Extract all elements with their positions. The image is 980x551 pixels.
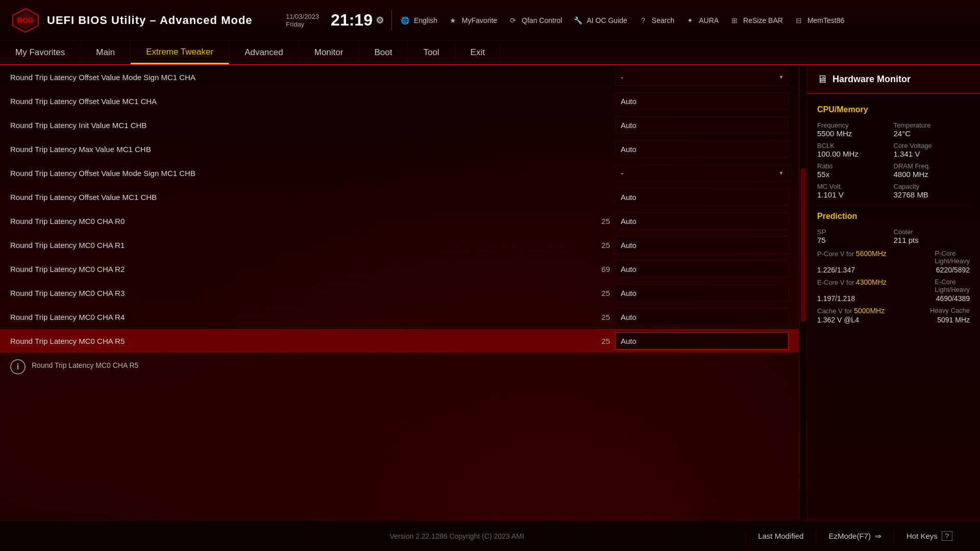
memtest-label: MemTest86: [807, 16, 844, 24]
table-row[interactable]: Round Trip Latency Offset Value MC1 CHA …: [0, 89, 799, 113]
row-value-auto[interactable]: Auto: [615, 92, 789, 110]
toolbar-search[interactable]: ? Search: [638, 15, 674, 26]
table-row[interactable]: Round Trip Latency MC0 CHA R0 25 Auto: [0, 209, 799, 233]
fan-icon: ⟳: [507, 15, 519, 26]
hw-item-mc-volt: MC Volt. 1.101 V: [817, 183, 894, 199]
nav-main[interactable]: Main: [81, 41, 131, 64]
row-value-active[interactable]: Auto: [615, 332, 789, 349]
row-value-auto[interactable]: Auto: [615, 188, 789, 206]
header: ROG UEFI BIOS Utility – Advanced Mode 11…: [0, 0, 980, 41]
row-value-auto[interactable]: Auto: [615, 116, 789, 134]
scrollbar-thumb[interactable]: [801, 168, 806, 321]
hw-monitor-header: 🖥 Hardware Monitor: [807, 65, 980, 93]
hw-item-capacity: Capacity 32768 MB: [894, 183, 970, 199]
info-icon: i: [10, 359, 26, 374]
svg-text:ROG: ROG: [17, 16, 34, 24]
table-row[interactable]: Round Trip Latency Offset Value Mode Sig…: [0, 65, 799, 89]
ezmode-button[interactable]: EzMode(F7) ⇒: [816, 528, 894, 545]
pcore-freq-link[interactable]: 5600MHz: [856, 249, 887, 258]
row-value-auto[interactable]: Auto: [615, 284, 789, 302]
nav-advanced[interactable]: Advanced: [229, 41, 299, 64]
toolbar-qfan[interactable]: ⟳ Qfan Control: [507, 15, 562, 26]
cache-label: Cache V for 5000MHz: [817, 307, 885, 315]
ecore-freq-link[interactable]: 4300MHz: [856, 278, 887, 286]
row-value-auto[interactable]: Auto: [615, 236, 789, 254]
star-icon: ★: [448, 15, 459, 26]
day-text: Friday: [286, 20, 319, 28]
cache-freq-link[interactable]: 5000MHz: [854, 307, 885, 315]
last-modified-button[interactable]: Last Modified: [745, 528, 816, 544]
table-row[interactable]: Round Trip Latency Max Value MC1 CHB Aut…: [0, 137, 799, 161]
toolbar-english[interactable]: 🌐 English: [400, 15, 437, 26]
row-value-auto[interactable]: Auto: [615, 308, 789, 325]
cache-voltage: 1.362 V @L4: [817, 316, 859, 324]
cache-speed: 5091 MHz: [937, 316, 970, 324]
table-row[interactable]: Round Trip Latency MC0 CHA R1 25 Auto: [0, 233, 799, 257]
info-row: i Round Trip Latency MC0 CHA R5: [0, 353, 799, 389]
row-value-auto[interactable]: Auto: [615, 212, 789, 230]
settings-icon[interactable]: ⚙: [376, 15, 384, 26]
hw-monitor-title: Hardware Monitor: [832, 74, 911, 85]
nav-extreme-tweaker[interactable]: Extreme Tweaker: [131, 41, 229, 64]
row-value-auto[interactable]: Auto: [615, 140, 789, 158]
hw-item-frequency: Frequency 5500 MHz: [817, 121, 894, 138]
row-number: 25: [584, 289, 610, 297]
nav-my-favorites[interactable]: My Favorites: [0, 41, 81, 64]
table-row[interactable]: Round Trip Latency Offset Value MC1 CHB …: [0, 185, 799, 209]
toolbar: 🌐 English ★ MyFavorite ⟳ Qfan Control 🔧 …: [400, 15, 844, 26]
nav-bar: My Favorites Main Extreme Tweaker Advanc…: [0, 41, 980, 65]
toolbar-resizebar[interactable]: ⊞ ReSize BAR: [729, 15, 783, 26]
hw-item-bclk: BCLK 100.00 MHz: [817, 142, 894, 158]
row-value-auto[interactable]: Auto: [615, 260, 789, 278]
hw-item-cooler: Cooler 211 pts: [894, 228, 970, 244]
table-row[interactable]: Round Trip Latency MC0 CHA R2 69 Auto: [0, 257, 799, 281]
rog-logo-icon: ROG: [10, 8, 41, 33]
time-display: 21:19 ⚙: [331, 11, 384, 30]
table-row-active[interactable]: Round Trip Latency MC0 CHA R5 25 Auto: [0, 329, 799, 353]
row-value-dropdown[interactable]: -: [615, 164, 789, 182]
aura-icon: ✦: [684, 15, 696, 26]
english-label: English: [414, 16, 437, 24]
nav-exit[interactable]: Exit: [455, 41, 501, 64]
table-row[interactable]: Round Trip Latency MC0 CHA R3 25 Auto: [0, 281, 799, 305]
hw-monitor-body: CPU/Memory Frequency 5500 MHz Temperatur…: [807, 93, 980, 332]
resizebar-label: ReSize BAR: [743, 16, 783, 24]
settings-panel: Round Trip Latency Offset Value Mode Sig…: [0, 65, 799, 520]
aura-label: AURA: [699, 16, 719, 24]
ecore-label: E-Core V for 4300MHz: [817, 278, 887, 293]
table-row[interactable]: Round Trip Latency Offset Value Mode Sig…: [0, 161, 799, 185]
toolbar-myfavorite[interactable]: ★ MyFavorite: [448, 15, 497, 26]
hw-item-ratio: Ratio 55x: [817, 162, 894, 179]
nav-monitor[interactable]: Monitor: [299, 41, 359, 64]
row-number: 25: [584, 217, 610, 226]
qfan-label: Qfan Control: [522, 16, 562, 24]
pcore-label: P-Core V for 5600MHz: [817, 249, 887, 265]
footer: Version 2.22.1286 Copyright (C) 2023 AMI…: [0, 520, 980, 551]
hw-monitor-panel: 🖥 Hardware Monitor CPU/Memory Frequency …: [806, 65, 980, 520]
info-text: Round Trip Latency MC0 CHA R5: [32, 359, 138, 369]
hotkeys-button[interactable]: Hot Keys ?: [894, 527, 965, 545]
time-text: 21:19: [331, 11, 373, 30]
toolbar-aioc[interactable]: 🔧 AI OC Guide: [572, 15, 627, 26]
row-number: 25: [584, 241, 610, 249]
search-label: Search: [652, 16, 674, 24]
table-row[interactable]: Round Trip Latency Init Value MC1 CHB Au…: [0, 113, 799, 137]
nav-tool[interactable]: Tool: [408, 41, 455, 64]
row-number: 25: [584, 313, 610, 321]
ezmode-arrow-icon: ⇒: [875, 532, 881, 541]
prediction-section-title: Prediction: [817, 212, 970, 221]
scrollbar-track[interactable]: [799, 65, 806, 520]
question-icon: ?: [638, 15, 649, 26]
table-row[interactable]: Round Trip Latency MC0 CHA R4 25 Auto: [0, 305, 799, 329]
wrench-icon: 🔧: [572, 15, 583, 26]
hw-item-sp: SP 75: [817, 228, 894, 244]
memtest-icon: ⊟: [793, 15, 804, 26]
toolbar-memtest[interactable]: ⊟ MemTest86: [793, 15, 844, 26]
row-value-dropdown[interactable]: -: [615, 68, 789, 86]
nav-boot[interactable]: Boot: [359, 41, 408, 64]
globe-icon: 🌐: [400, 15, 411, 26]
toolbar-aura[interactable]: ✦ AURA: [684, 15, 719, 26]
hw-item-dram-freq: DRAM Freq. 4800 MHz: [894, 162, 970, 179]
date-display: 11/03/2023 Friday: [286, 13, 319, 28]
myfavorite-label: MyFavorite: [462, 16, 497, 24]
